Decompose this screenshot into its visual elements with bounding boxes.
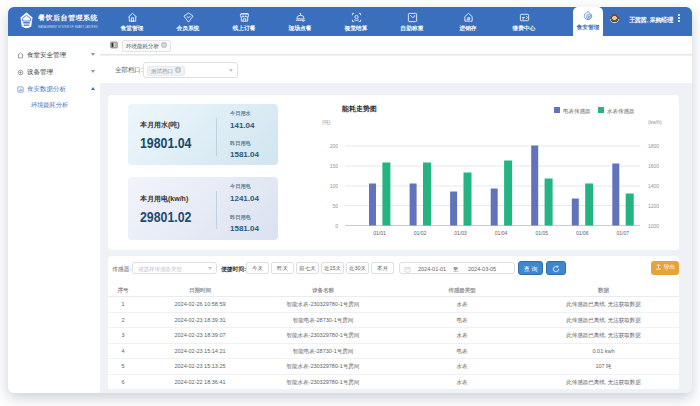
svg-text:01/07: 01/07 [617, 230, 630, 236]
svg-text:1600: 1600 [648, 163, 659, 169]
svg-text:1200: 1200 [648, 203, 659, 209]
svg-text:01/05: 01/05 [535, 230, 548, 236]
svg-text:1000: 1000 [648, 223, 659, 229]
svg-text:01/01: 01/01 [373, 230, 386, 236]
svg-text:1400: 1400 [648, 183, 659, 189]
svg-text:100: 100 [330, 183, 339, 189]
svg-text:0: 0 [335, 223, 338, 229]
svg-text:200: 200 [330, 143, 339, 149]
svg-text:01/03: 01/03 [454, 230, 467, 236]
svg-text:01/06: 01/06 [576, 230, 589, 236]
svg-text:(kw/h): (kw/h) [648, 119, 662, 125]
svg-text:150: 150 [330, 163, 339, 169]
svg-text:水表传感器: 水表传感器 [607, 108, 635, 114]
svg-text:01/02: 01/02 [414, 230, 427, 236]
svg-text:50: 50 [332, 203, 338, 209]
svg-text:(吨): (吨) [322, 119, 331, 125]
svg-text:电表传感器: 电表传感器 [563, 108, 591, 114]
svg-text:01/04: 01/04 [495, 230, 508, 236]
svg-text:1800: 1800 [648, 143, 659, 149]
